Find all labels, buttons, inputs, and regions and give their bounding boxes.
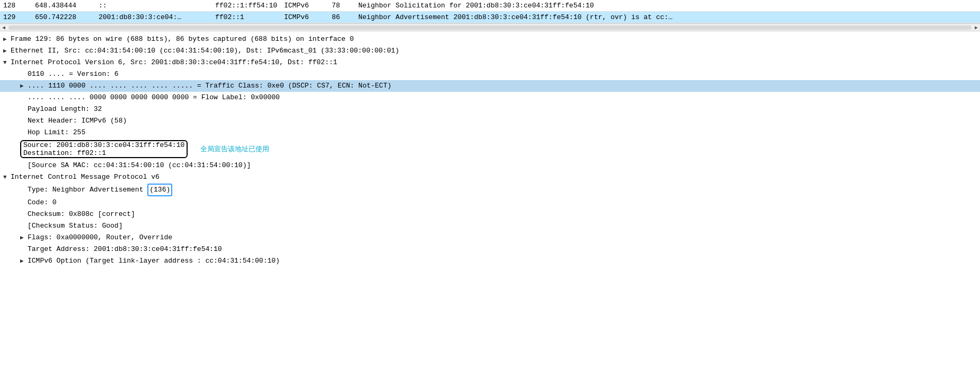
detail-text-ipv6: Internet Protocol Version 6, Src: 2001:d… — [11, 57, 977, 68]
packet-src-129: 2001:db8:30:3:ce04:… — [99, 13, 215, 21]
packet-row-129[interactable]: 129 650.742228 2001:db8:30:3:ce04:… ff02… — [0, 12, 980, 23]
detail-text-icmpv6-target: Target Address: 2001:db8:30:3:ce04:31ff:… — [28, 244, 977, 255]
scroll-left-arrow[interactable]: ◀ — [0, 24, 7, 31]
detail-text-ipv6-version: 0110 .... = Version: 6 — [28, 69, 977, 80]
detail-text-ipv6-hoplimit: Hop Limit: 255 — [28, 127, 977, 138]
packet-time-128: 648.438444 — [35, 2, 99, 10]
expand-icmpv6-icon[interactable]: ▼ — [3, 172, 11, 183]
detail-text-ipv6-nextheader: Next Header: ICMPv6 (58) — [28, 116, 977, 126]
expand-traffic-icon[interactable]: ▶ — [20, 81, 28, 91]
detail-row-icmpv6-option[interactable]: ▶ ICMPv6 Option (Target link-layer addre… — [0, 255, 980, 267]
detail-row-icmpv6-checksum: ▶ Checksum: 0x808c [correct] — [0, 209, 980, 220]
expand-option-icon[interactable]: ▶ — [20, 256, 28, 266]
expand-ethernet-icon[interactable]: ▶ — [3, 46, 11, 56]
detail-row-ipv6-version: ▶ 0110 .... = Version: 6 — [0, 68, 980, 80]
detail-text-icmpv6-checksum: Checksum: 0x808c [correct] — [28, 209, 977, 220]
scroll-right-arrow[interactable]: ▶ — [973, 24, 980, 31]
detail-text-icmpv6-flags: Flags: 0xa0000000, Router, Override — [28, 232, 977, 243]
detail-text-ipv6-traffic: .... 1110 0000 .... .... .... .... .....… — [28, 81, 977, 91]
expand-flags-icon[interactable]: ▶ — [20, 232, 28, 243]
packet-proto-129: ICMPv6 — [284, 13, 332, 21]
detail-text-frame: Frame 129: 86 bytes on wire (688 bits), … — [11, 34, 977, 45]
detail-text-ipv6-flow: .... .... .... 0000 0000 0000 0000 0000 … — [28, 92, 977, 103]
detail-row-icmpv6-type: ▶ Type: Neighbor Advertisement (136) — [0, 183, 980, 197]
packet-len-129: 86 — [332, 13, 358, 21]
packet-dst-129: ff02::1 — [215, 13, 284, 21]
detail-text-ipv6-srcmac: [Source SA MAC: cc:04:31:54:00:10 (cc:04… — [28, 160, 977, 171]
annotation-text: 全局宣告该地址已使用 — [200, 144, 269, 154]
detail-row-ethernet[interactable]: ▶ Ethernet II, Src: cc:04:31:54:00:10 (c… — [0, 45, 980, 57]
packet-src-128: :: — [99, 2, 215, 10]
detail-row-ipv6-srcmac: ▶ [Source SA MAC: cc:04:31:54:00:10 (cc:… — [0, 160, 980, 171]
destination-text: Destination: ff02::1 — [23, 149, 184, 157]
packet-info-128: Neighbor Solicitation for 2001:db8:30:3:… — [358, 2, 977, 10]
expand-ipv6-icon[interactable]: ▼ — [3, 57, 11, 68]
src-dst-bordered-box: Source: 2001:db8:30:3:ce04:31ff:fe54:10 … — [20, 140, 188, 158]
detail-row-icmpv6-checkstatus: ▶ [Checksum Status: Good] — [0, 220, 980, 232]
detail-text-icmpv6-code: Code: 0 — [28, 197, 977, 208]
detail-text-icmpv6-option: ICMPv6 Option (Target link-layer address… — [28, 256, 977, 266]
packet-proto-128: ICMPv6 — [284, 2, 332, 10]
detail-text-ethernet: Ethernet II, Src: cc:04:31:54:00:10 (cc:… — [11, 46, 977, 56]
detail-row-icmpv6-flags[interactable]: ▶ Flags: 0xa0000000, Router, Override — [0, 232, 980, 244]
detail-text-ipv6-payload: Payload Length: 32 — [28, 104, 977, 115]
detail-row-ipv6-flow: ▶ .... .... .... 0000 0000 0000 0000 000… — [0, 92, 980, 103]
icmpv6-type-value: (136) — [147, 184, 172, 196]
detail-row-ipv6-nextheader: ▶ Next Header: ICMPv6 (58) — [0, 115, 980, 127]
packet-time-129: 650.742228 — [35, 13, 99, 21]
src-dst-lines: Source: 2001:db8:30:3:ce04:31ff:fe54:10 … — [23, 141, 184, 157]
detail-row-icmpv6[interactable]: ▼ Internet Control Message Protocol v6 — [0, 171, 980, 183]
packet-list: 128 648.438444 :: ff02::1:ff54:10 ICMPv6… — [0, 0, 980, 24]
detail-row-icmpv6-code: ▶ Code: 0 — [0, 197, 980, 209]
detail-row-src-dst: Source: 2001:db8:30:3:ce04:31ff:fe54:10 … — [0, 138, 980, 160]
detail-text-icmpv6-checkstatus: [Checksum Status: Good] — [28, 221, 977, 231]
packet-no-128: 128 — [3, 2, 35, 10]
detail-text-icmpv6-type: Type: Neighbor Advertisement (136) — [28, 184, 977, 196]
detail-text-icmpv6: Internet Control Message Protocol v6 — [11, 172, 977, 183]
detail-row-ipv6-traffic[interactable]: ▶ .... 1110 0000 .... .... .... .... ...… — [0, 80, 980, 92]
detail-row-ipv6-hoplimit: ▶ Hop Limit: 255 — [0, 127, 980, 138]
packet-row-128[interactable]: 128 648.438444 :: ff02::1:ff54:10 ICMPv6… — [0, 0, 980, 12]
source-text: Source: 2001:db8:30:3:ce04:31ff:fe54:10 — [23, 141, 184, 149]
packet-no-129: 129 — [3, 13, 35, 21]
detail-pane: ▶ Frame 129: 86 bytes on wire (688 bits)… — [0, 31, 980, 269]
detail-row-ipv6-payload: ▶ Payload Length: 32 — [0, 103, 980, 115]
scrollbar-track[interactable] — [8, 25, 972, 30]
packet-len-128: 78 — [332, 2, 358, 10]
detail-row-icmpv6-target: ▶ Target Address: 2001:db8:30:3:ce04:31f… — [0, 244, 980, 255]
detail-row-frame[interactable]: ▶ Frame 129: 86 bytes on wire (688 bits)… — [0, 33, 980, 45]
icmpv6-type-label: Type: Neighbor Advertisement — [28, 186, 147, 194]
packet-dst-128: ff02::1:ff54:10 — [215, 2, 284, 10]
expand-frame-icon[interactable]: ▶ — [3, 34, 11, 45]
detail-row-ipv6[interactable]: ▼ Internet Protocol Version 6, Src: 2001… — [0, 57, 980, 68]
packet-info-129: Neighbor Advertisement 2001:db8:30:3:ce0… — [358, 13, 977, 21]
horizontal-scrollbar[interactable]: ◀ ▶ — [0, 24, 980, 31]
